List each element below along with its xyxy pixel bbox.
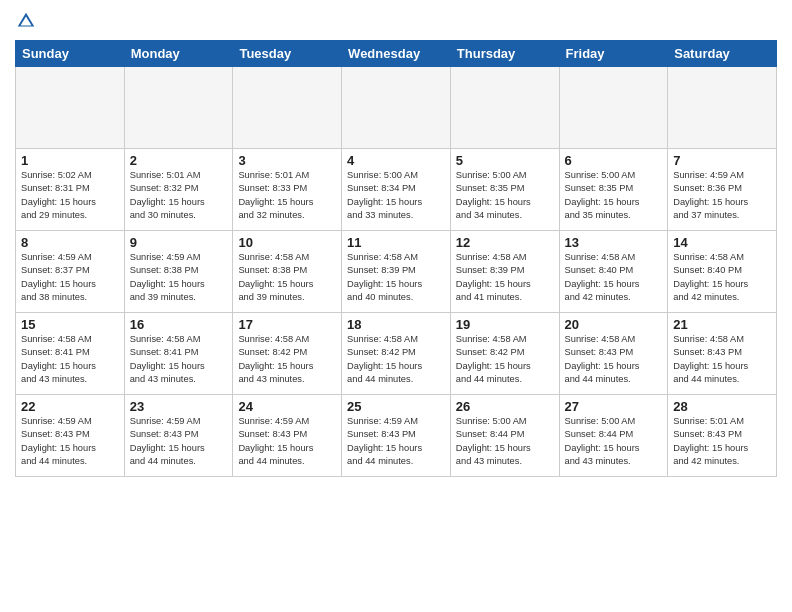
col-monday: Monday (124, 41, 233, 67)
col-saturday: Saturday (668, 41, 777, 67)
table-row: 18Sunrise: 4:58 AM Sunset: 8:42 PM Dayli… (342, 313, 451, 395)
table-row: 25Sunrise: 4:59 AM Sunset: 8:43 PM Dayli… (342, 395, 451, 477)
day-number: 12 (456, 235, 554, 250)
table-row: 14Sunrise: 4:58 AM Sunset: 8:40 PM Dayli… (668, 231, 777, 313)
day-number: 11 (347, 235, 445, 250)
table-row: 2Sunrise: 5:01 AM Sunset: 8:32 PM Daylig… (124, 149, 233, 231)
day-info: Sunrise: 5:01 AM Sunset: 8:33 PM Dayligh… (238, 169, 336, 223)
table-row: 26Sunrise: 5:00 AM Sunset: 8:44 PM Dayli… (450, 395, 559, 477)
day-info: Sunrise: 5:01 AM Sunset: 8:43 PM Dayligh… (673, 415, 771, 469)
day-number: 3 (238, 153, 336, 168)
col-tuesday: Tuesday (233, 41, 342, 67)
table-row: 9Sunrise: 4:59 AM Sunset: 8:38 PM Daylig… (124, 231, 233, 313)
day-number: 4 (347, 153, 445, 168)
day-number: 21 (673, 317, 771, 332)
day-number: 16 (130, 317, 228, 332)
day-number: 10 (238, 235, 336, 250)
day-info: Sunrise: 4:58 AM Sunset: 8:39 PM Dayligh… (456, 251, 554, 305)
table-row (342, 67, 451, 149)
day-info: Sunrise: 4:59 AM Sunset: 8:43 PM Dayligh… (347, 415, 445, 469)
day-info: Sunrise: 5:00 AM Sunset: 8:34 PM Dayligh… (347, 169, 445, 223)
table-row (450, 67, 559, 149)
col-friday: Friday (559, 41, 668, 67)
day-info: Sunrise: 4:58 AM Sunset: 8:43 PM Dayligh… (673, 333, 771, 387)
day-info: Sunrise: 4:59 AM Sunset: 8:37 PM Dayligh… (21, 251, 119, 305)
day-number: 22 (21, 399, 119, 414)
table-row: 3Sunrise: 5:01 AM Sunset: 8:33 PM Daylig… (233, 149, 342, 231)
logo (15, 10, 42, 32)
day-info: Sunrise: 4:59 AM Sunset: 8:43 PM Dayligh… (238, 415, 336, 469)
day-number: 8 (21, 235, 119, 250)
day-number: 25 (347, 399, 445, 414)
col-sunday: Sunday (16, 41, 125, 67)
table-row: 17Sunrise: 4:58 AM Sunset: 8:42 PM Dayli… (233, 313, 342, 395)
day-number: 15 (21, 317, 119, 332)
day-info: Sunrise: 4:58 AM Sunset: 8:39 PM Dayligh… (347, 251, 445, 305)
table-row: 8Sunrise: 4:59 AM Sunset: 8:37 PM Daylig… (16, 231, 125, 313)
day-info: Sunrise: 4:58 AM Sunset: 8:41 PM Dayligh… (21, 333, 119, 387)
day-info: Sunrise: 5:00 AM Sunset: 8:44 PM Dayligh… (565, 415, 663, 469)
day-info: Sunrise: 4:58 AM Sunset: 8:40 PM Dayligh… (673, 251, 771, 305)
table-row: 10Sunrise: 4:58 AM Sunset: 8:38 PM Dayli… (233, 231, 342, 313)
day-number: 27 (565, 399, 663, 414)
day-info: Sunrise: 4:58 AM Sunset: 8:42 PM Dayligh… (456, 333, 554, 387)
table-row: 1Sunrise: 5:02 AM Sunset: 8:31 PM Daylig… (16, 149, 125, 231)
table-row: 4Sunrise: 5:00 AM Sunset: 8:34 PM Daylig… (342, 149, 451, 231)
table-row: 5Sunrise: 5:00 AM Sunset: 8:35 PM Daylig… (450, 149, 559, 231)
table-row (16, 67, 125, 149)
day-number: 20 (565, 317, 663, 332)
day-number: 2 (130, 153, 228, 168)
day-info: Sunrise: 4:58 AM Sunset: 8:41 PM Dayligh… (130, 333, 228, 387)
day-number: 9 (130, 235, 228, 250)
day-number: 26 (456, 399, 554, 414)
day-number: 23 (130, 399, 228, 414)
day-number: 6 (565, 153, 663, 168)
table-row: 24Sunrise: 4:59 AM Sunset: 8:43 PM Dayli… (233, 395, 342, 477)
day-number: 28 (673, 399, 771, 414)
table-row: 23Sunrise: 4:59 AM Sunset: 8:43 PM Dayli… (124, 395, 233, 477)
day-number: 17 (238, 317, 336, 332)
day-info: Sunrise: 4:58 AM Sunset: 8:42 PM Dayligh… (347, 333, 445, 387)
calendar-header-row: Sunday Monday Tuesday Wednesday Thursday… (16, 41, 777, 67)
table-row: 7Sunrise: 4:59 AM Sunset: 8:36 PM Daylig… (668, 149, 777, 231)
day-number: 13 (565, 235, 663, 250)
day-info: Sunrise: 4:59 AM Sunset: 8:43 PM Dayligh… (130, 415, 228, 469)
calendar-week-row: 8Sunrise: 4:59 AM Sunset: 8:37 PM Daylig… (16, 231, 777, 313)
col-thursday: Thursday (450, 41, 559, 67)
table-row: 13Sunrise: 4:58 AM Sunset: 8:40 PM Dayli… (559, 231, 668, 313)
table-row (124, 67, 233, 149)
logo-icon (15, 10, 37, 32)
day-info: Sunrise: 5:01 AM Sunset: 8:32 PM Dayligh… (130, 169, 228, 223)
table-row (559, 67, 668, 149)
table-row: 12Sunrise: 4:58 AM Sunset: 8:39 PM Dayli… (450, 231, 559, 313)
table-row: 19Sunrise: 4:58 AM Sunset: 8:42 PM Dayli… (450, 313, 559, 395)
table-row: 11Sunrise: 4:58 AM Sunset: 8:39 PM Dayli… (342, 231, 451, 313)
day-info: Sunrise: 4:59 AM Sunset: 8:43 PM Dayligh… (21, 415, 119, 469)
day-info: Sunrise: 5:02 AM Sunset: 8:31 PM Dayligh… (21, 169, 119, 223)
day-number: 7 (673, 153, 771, 168)
day-number: 14 (673, 235, 771, 250)
calendar-week-row: 15Sunrise: 4:58 AM Sunset: 8:41 PM Dayli… (16, 313, 777, 395)
day-info: Sunrise: 5:00 AM Sunset: 8:35 PM Dayligh… (565, 169, 663, 223)
day-info: Sunrise: 4:59 AM Sunset: 8:38 PM Dayligh… (130, 251, 228, 305)
table-row: 16Sunrise: 4:58 AM Sunset: 8:41 PM Dayli… (124, 313, 233, 395)
day-info: Sunrise: 4:58 AM Sunset: 8:40 PM Dayligh… (565, 251, 663, 305)
day-info: Sunrise: 5:00 AM Sunset: 8:35 PM Dayligh… (456, 169, 554, 223)
col-wednesday: Wednesday (342, 41, 451, 67)
day-number: 1 (21, 153, 119, 168)
table-row (668, 67, 777, 149)
day-number: 18 (347, 317, 445, 332)
table-row: 22Sunrise: 4:59 AM Sunset: 8:43 PM Dayli… (16, 395, 125, 477)
day-number: 24 (238, 399, 336, 414)
calendar-week-row: 22Sunrise: 4:59 AM Sunset: 8:43 PM Dayli… (16, 395, 777, 477)
page: Sunday Monday Tuesday Wednesday Thursday… (0, 0, 792, 612)
day-info: Sunrise: 5:00 AM Sunset: 8:44 PM Dayligh… (456, 415, 554, 469)
day-info: Sunrise: 4:59 AM Sunset: 8:36 PM Dayligh… (673, 169, 771, 223)
header (15, 10, 777, 32)
table-row (233, 67, 342, 149)
day-number: 5 (456, 153, 554, 168)
table-row: 15Sunrise: 4:58 AM Sunset: 8:41 PM Dayli… (16, 313, 125, 395)
day-info: Sunrise: 4:58 AM Sunset: 8:38 PM Dayligh… (238, 251, 336, 305)
table-row: 28Sunrise: 5:01 AM Sunset: 8:43 PM Dayli… (668, 395, 777, 477)
calendar-week-row (16, 67, 777, 149)
